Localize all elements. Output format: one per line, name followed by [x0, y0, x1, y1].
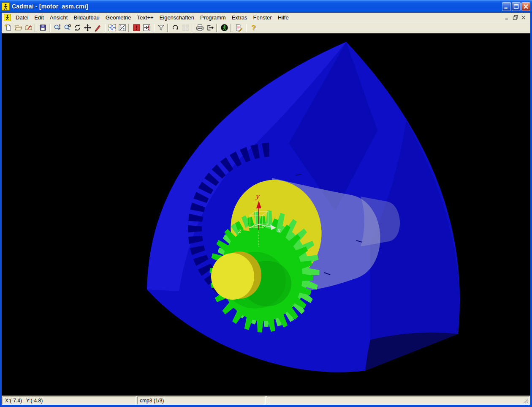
save-icon[interactable] — [38, 23, 48, 33]
regenerate-icon[interactable] — [170, 23, 180, 33]
close-button[interactable] — [521, 2, 530, 11]
report-edit-icon[interactable] — [233, 23, 244, 33]
document-system-icon[interactable] — [4, 14, 11, 21]
goto-alert-icon[interactable] — [141, 23, 152, 33]
redline-pen-icon[interactable] — [92, 23, 103, 33]
toolbar-separator — [192, 24, 193, 32]
app-logo-icon — [2, 3, 10, 11]
menu-ansicht[interactable]: Ansicht — [47, 14, 71, 22]
ring-gear-tooth — [188, 225, 202, 232]
menu-fenster[interactable]: Fenster — [250, 14, 275, 22]
assembly-icon — [180, 23, 190, 33]
window-body: DateiEditAnsichtBildaufbauGeometrieText+… — [0, 13, 532, 407]
menu-programm[interactable]: Programm — [197, 14, 229, 22]
menu-bar: DateiEditAnsichtBildaufbauGeometrieText+… — [2, 13, 530, 22]
menu-extras[interactable]: Extras — [229, 14, 250, 22]
menu-bildaufbau[interactable]: Bildaufbau — [71, 14, 102, 22]
minimize-button[interactable] — [502, 2, 511, 11]
app-window: Cadmai - [motor_asm.cmi] DateiEditAnsich… — [0, 0, 532, 407]
status-bar: X:(-7.4) Y:(-4.8) cmp3 (1/3) — [2, 396, 530, 405]
menu-geometrie[interactable]: Geometrie — [103, 14, 134, 22]
component-readout: cmp3 (1/3) — [137, 396, 266, 404]
menu-datei[interactable]: Datei — [13, 14, 31, 22]
svg-text:1: 1 — [120, 25, 122, 28]
menu-eigenschaften[interactable]: Eigenschaften — [157, 14, 197, 22]
menu-items: DateiEditAnsichtBildaufbauGeometrieText+… — [13, 14, 292, 22]
title-bar[interactable]: Cadmai - [motor_asm.cmi] — [0, 0, 532, 13]
maximize-button[interactable] — [512, 2, 521, 11]
toolbar-separator — [167, 24, 169, 32]
svg-text:2: 2 — [122, 28, 124, 31]
run-walker-icon[interactable] — [219, 23, 229, 33]
toolbar-separator — [216, 24, 218, 32]
print-icon[interactable] — [195, 23, 205, 33]
toolbar: 12?? — [2, 22, 530, 33]
toolbar-separator — [245, 24, 247, 32]
toolbar-separator — [104, 24, 106, 32]
toolbar-separator — [49, 24, 51, 32]
stop-alert-icon[interactable] — [131, 23, 141, 33]
rotate-view-icon[interactable] — [72, 23, 82, 33]
svg-text:?: ? — [251, 24, 255, 31]
shaft-journal-face[interactable] — [211, 253, 254, 300]
viewport-3d[interactable]: y z x — [2, 33, 530, 396]
scene-3d: y z x — [2, 33, 530, 396]
window-controls — [502, 2, 530, 11]
toolbar-separator — [128, 24, 130, 32]
scale-half-icon[interactable]: 12 — [117, 23, 127, 33]
mdi-minimize-button[interactable] — [505, 15, 511, 20]
window-title: Cadmai - [motor_asm.cmi] — [12, 3, 500, 10]
help-icon[interactable]: ?? — [248, 23, 258, 33]
close-folder-icon[interactable] — [23, 23, 33, 33]
toolbar-separator — [231, 24, 232, 32]
export-icon[interactable] — [205, 23, 215, 33]
toolbar-separator — [153, 24, 155, 32]
menu-text[interactable]: Text++ — [134, 14, 157, 22]
open-folder-icon[interactable] — [13, 23, 23, 33]
menu-edit[interactable]: Edit — [31, 14, 46, 22]
pan-view-icon[interactable] — [82, 23, 92, 33]
mdi-restore-button[interactable] — [513, 15, 519, 20]
mdi-window-controls — [505, 15, 529, 20]
menu-hilfe[interactable]: Hilfe — [275, 14, 292, 22]
filter-icon[interactable] — [156, 23, 166, 33]
toolbar-separator — [35, 24, 36, 32]
coordinates-readout: X:(-7.4) Y:(-4.8) — [3, 396, 136, 404]
zoom-window-icon[interactable] — [62, 23, 72, 33]
new-document-icon[interactable] — [3, 23, 13, 33]
status-spare-panel — [267, 396, 529, 404]
fit-view-icon[interactable] — [107, 23, 117, 33]
rotor-bottom-facet — [365, 333, 458, 371]
zoom-dynamic-icon[interactable] — [52, 23, 62, 33]
mdi-close-button[interactable] — [521, 15, 527, 20]
resize-grip[interactable] — [523, 398, 529, 404]
